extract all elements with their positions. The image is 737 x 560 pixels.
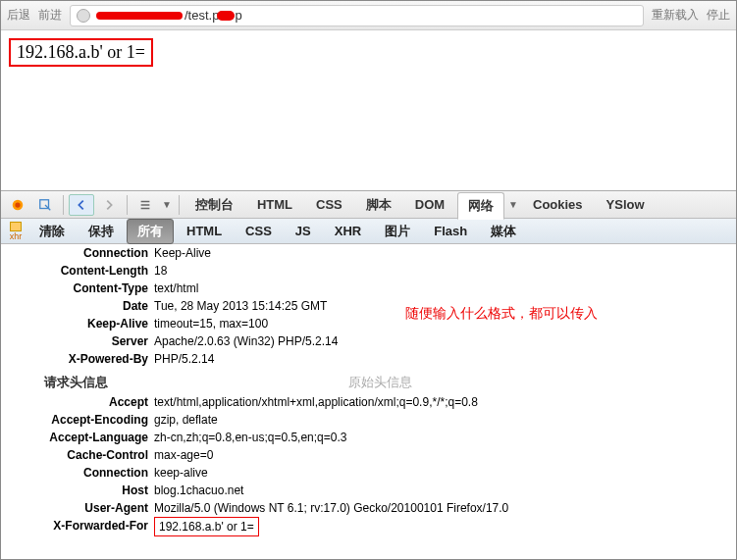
header-key: Host: [1, 482, 154, 499]
header-key: Accept: [1, 393, 154, 411]
header-key: Content-Length: [1, 262, 154, 280]
filter-html[interactable]: HTML: [176, 220, 233, 242]
header-value: 18: [154, 262, 736, 280]
header-row: Accept-Languagezh-cn,zh;q=0.8,en-us;q=0.…: [1, 429, 736, 446]
header-row: Content-Typetext/html: [1, 280, 736, 297]
nav-back-icon[interactable]: [69, 194, 94, 216]
header-value: Keep-Alive: [154, 244, 736, 262]
globe-icon: [77, 9, 90, 23]
header-value: 192.168.a.b' or 1=: [154, 517, 736, 536]
header-row: ConnectionKeep-Alive: [1, 244, 736, 262]
header-key: X-Forwarded-For: [1, 517, 154, 536]
header-value: max-age=0: [154, 446, 736, 464]
header-row: DateTue, 28 May 2013 15:14:25 GMT: [1, 297, 736, 315]
header-row: Cache-Controlmax-age=0: [1, 446, 736, 464]
raw-headers-label[interactable]: 原始头信息: [348, 374, 412, 391]
firebug-icon[interactable]: [5, 194, 30, 216]
header-row: Keep-Alivetimeout=15, max=100: [1, 315, 736, 332]
header-value: PHP/5.2.14: [154, 350, 736, 368]
clear-button[interactable]: 清除: [28, 219, 76, 244]
header-row: User-AgentMozilla/5.0 (Windows NT 6.1; r…: [1, 499, 736, 517]
filter-flash[interactable]: Flash: [423, 220, 478, 242]
filter-js[interactable]: JS: [285, 220, 322, 242]
header-value: zh-cn,zh;q=0.8,en-us;q=0.5,en;q=0.3: [154, 429, 736, 446]
xhr-badge-label: xhr: [10, 231, 23, 241]
header-row: Connectionkeep-alive: [1, 464, 736, 482]
header-key: Accept-Encoding: [1, 411, 154, 429]
forward-button[interactable]: 前进: [38, 7, 62, 24]
devtools-main-toolbar: ▼ 控制台 HTML CSS 脚本 DOM 网络 ▼ Cookies YSlow: [1, 191, 736, 219]
xhr-badge-icon: [10, 222, 22, 231]
devtools-sub-toolbar: xhr 清除 保持 所有 HTML CSS JS XHR 图片 Flash 媒体: [1, 219, 736, 244]
tab-script[interactable]: 脚本: [355, 191, 402, 219]
filter-all[interactable]: 所有: [127, 219, 174, 244]
header-key: Content-Type: [1, 280, 154, 297]
header-row: X-Forwarded-For192.168.a.b' or 1=: [1, 517, 736, 536]
header-value: gzip, deflate: [154, 411, 736, 429]
back-button[interactable]: 后退: [7, 7, 30, 24]
header-key: Connection: [1, 464, 154, 482]
separator: [63, 195, 64, 215]
header-value: text/html: [154, 280, 736, 297]
page-output-text: 192.168.a.b' or 1=: [9, 38, 153, 67]
header-key: User-Agent: [1, 499, 154, 517]
svg-point-1: [15, 202, 20, 207]
header-key: Keep-Alive: [1, 315, 154, 332]
annotation-text: 随便输入什么格式，都可以传入: [405, 305, 598, 323]
persist-button[interactable]: 保持: [78, 219, 125, 244]
header-value: keep-alive: [154, 464, 736, 482]
header-row: X-Powered-ByPHP/5.2.14: [1, 350, 736, 368]
header-key: Server: [1, 332, 154, 350]
request-headers-label[interactable]: 请求头信息: [44, 374, 348, 391]
tab-network[interactable]: 网络: [457, 192, 504, 220]
filter-xhr[interactable]: XHR: [324, 220, 372, 242]
header-value: text/html,application/xhtml+xml,applicat…: [154, 393, 736, 411]
filter-media[interactable]: 媒体: [480, 219, 527, 244]
tab-dom[interactable]: DOM: [404, 192, 455, 217]
headers-panel: ConnectionKeep-Alive Content-Length18 Co…: [1, 244, 736, 559]
filter-images[interactable]: 图片: [374, 219, 421, 244]
redaction-mark: [96, 12, 183, 20]
devtools-panel: ▼ 控制台 HTML CSS 脚本 DOM 网络 ▼ Cookies YSlow…: [1, 190, 736, 559]
header-key: Connection: [1, 244, 154, 262]
page-content: 192.168.a.b' or 1=: [1, 30, 736, 75]
inspect-icon[interactable]: [32, 194, 58, 216]
tab-css[interactable]: CSS: [305, 192, 353, 217]
dropdown-icon[interactable]: ▼: [506, 199, 520, 210]
header-row: Hostblog.1chacuo.net: [1, 482, 736, 499]
url-bar[interactable]: /test.pp: [70, 5, 644, 26]
header-row: Content-Length18: [1, 262, 736, 280]
header-key: Cache-Control: [1, 446, 154, 464]
url-text: /test.pp: [94, 8, 242, 23]
header-key: Accept-Language: [1, 429, 154, 446]
stop-button[interactable]: 停止: [707, 7, 730, 24]
header-row: Accept-Encodinggzip, deflate: [1, 411, 736, 429]
separator: [127, 195, 128, 215]
filter-css[interactable]: CSS: [235, 220, 283, 242]
xff-highlight-box: 192.168.a.b' or 1=: [154, 517, 259, 536]
header-row: ServerApache/2.0.63 (Win32) PHP/5.2.14: [1, 332, 736, 350]
header-value: Apache/2.0.63 (Win32) PHP/5.2.14: [154, 332, 736, 350]
header-key: X-Powered-By: [1, 350, 154, 368]
reload-button[interactable]: 重新载入: [652, 7, 699, 24]
browser-nav: 后退 前进 /test.pp 重新载入 停止: [1, 1, 736, 30]
xhr-badge[interactable]: xhr: [5, 222, 26, 241]
section-heading-row: 请求头信息 原始头信息: [1, 374, 736, 391]
tab-cookies[interactable]: Cookies: [522, 192, 594, 217]
header-row: Accepttext/html,application/xhtml+xml,ap…: [1, 393, 736, 411]
tab-console[interactable]: 控制台: [184, 191, 244, 219]
redaction-mark-2: [217, 11, 235, 21]
dropdown-icon[interactable]: ▼: [160, 199, 174, 210]
header-value: blog.1chacuo.net: [154, 482, 736, 499]
header-key: Date: [1, 297, 154, 315]
list-view-icon[interactable]: [132, 194, 158, 216]
tab-html[interactable]: HTML: [246, 192, 303, 217]
separator: [179, 195, 180, 215]
nav-forward-icon[interactable]: [96, 194, 122, 216]
tab-yslow[interactable]: YSlow: [596, 192, 656, 217]
header-value: Mozilla/5.0 (Windows NT 6.1; rv:17.0) Ge…: [154, 499, 736, 517]
